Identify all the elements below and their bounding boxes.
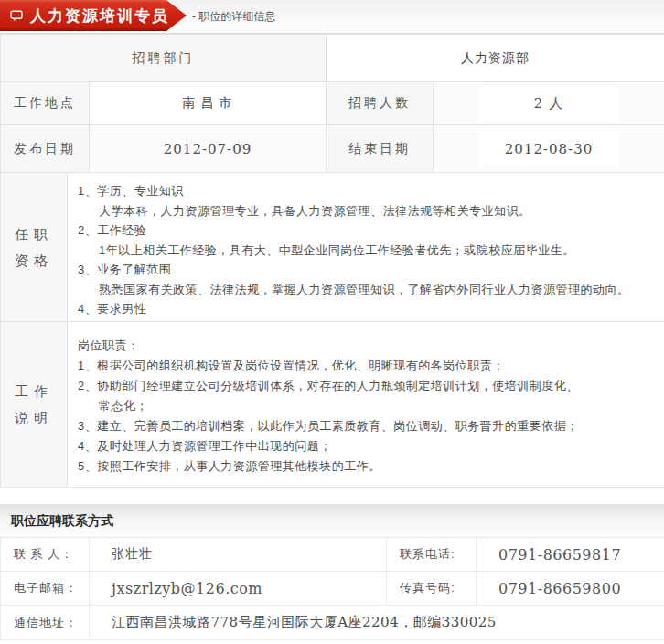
contact-person-value: 张壮壮: [90, 538, 387, 572]
qualification-line: 大学本科，人力资源管理专业，具备人力资源管理、法律法规等相关专业知识。: [78, 201, 655, 221]
table-row: 联 系 人： 张壮壮 联系电话: 0791-86659817: [1, 538, 664, 572]
table-row: 发布日期 2012-07-09 结束日期 2012-08-30: [1, 125, 664, 173]
address-value: 江西南昌洪城路778号星河国际大厦A座2204，邮编330025: [90, 606, 664, 640]
description-label: 工作说明: [13, 378, 55, 431]
fax-label: 传真号码:: [387, 572, 477, 606]
end-date-value: 2012-08-30: [480, 132, 617, 166]
description-line: 岗位职责：: [78, 336, 655, 356]
publish-date-label: 发布日期: [1, 125, 90, 173]
page-subtitle: - 职位的详细信息: [192, 0, 275, 33]
headcount-value: 2 人: [480, 86, 617, 122]
qualifications-row: 任职资格 1、学历、专业知识 大学本科，人力资源管理专业，具备人力资源管理、法律…: [1, 173, 664, 322]
table-row: 通信地址： 江西南昌洪城路778号星河国际大厦A座2204，邮编330025: [1, 606, 664, 640]
description-row: 工作说明 岗位职责： 1、根据公司的组织机构设置及岗位设置情况，优化、明晰现有的…: [1, 322, 664, 488]
qualification-line: 1年以上相关工作经验，具有大、中型企业同岗位工作经验者优先；或院校应届毕业生。: [78, 241, 655, 261]
address-label: 通信地址：: [1, 606, 90, 640]
description-line: 4、及时处理人力资源管理工作中出现的问题；: [78, 436, 655, 456]
job-title: 人力资源培训专员: [30, 5, 169, 27]
job-title-ribbon: 人力资源培训专员: [0, 0, 187, 31]
fax-value: 0791-86659800: [477, 572, 664, 606]
qualification-line: 3、业务了解范围: [78, 260, 655, 280]
end-date-cell: 2012-08-30: [434, 125, 664, 173]
qualification-line: 2、工作经验: [78, 220, 655, 241]
table-row: 电子邮箱： jxszrlzyb@126.com 传真号码: 0791-86659…: [1, 572, 664, 606]
headcount-cell: 2 人: [434, 82, 664, 125]
contact-table: 联 系 人： 张壮壮 联系电话: 0791-86659817 电子邮箱： jxs…: [0, 537, 664, 640]
department-label: 招聘部门: [1, 35, 327, 82]
contact-person-label: 联 系 人：: [1, 538, 90, 572]
page-header: 人力资源培训专员 - 职位的详细信息: [0, 0, 664, 34]
table-row: 招聘部门 人力资源部: [1, 35, 664, 82]
headcount-label: 招聘人数: [327, 82, 434, 125]
qualifications-content: 1、学历、专业知识 大学本科，人力资源管理专业，具备人力资源管理、法律法规等相关…: [68, 173, 664, 322]
description-line: 1、根据公司的组织机构设置及岗位设置情况，优化、明晰现有的各岗位职责；: [78, 356, 655, 376]
location-value: 南 昌 市: [90, 82, 327, 125]
description-line: 3、建立、完善员工的培训档案，以此作为员工素质教育、岗位调动、职务晋升的重要依据…: [78, 416, 655, 436]
section-gap: [0, 488, 664, 504]
table-row: 工作地点 南 昌 市 招聘人数 2 人: [1, 82, 664, 125]
qualification-line: 1、学历、专业知识: [78, 181, 655, 201]
description-content: 岗位职责： 1、根据公司的组织机构设置及岗位设置情况，优化、明晰现有的各岗位职责…: [68, 322, 664, 488]
contact-section-heading: 职位应聘联系方式: [0, 504, 664, 537]
description-line: 2、协助部门经理建立公司分级培训体系，对存在的人力瓶颈制定培训计划，使培训制度化…: [78, 376, 655, 396]
phone-value: 0791-86659817: [477, 538, 664, 572]
description-line: 5、按照工作安排，从事人力资源管理其他模块的工作。: [78, 456, 655, 477]
location-label: 工作地点: [1, 82, 90, 125]
publish-date-value: 2012-07-09: [90, 125, 327, 173]
job-sections-table: 任职资格 1、学历、专业知识 大学本科，人力资源管理专业，具备人力资源管理、法律…: [0, 172, 664, 488]
department-value: 人力资源部: [327, 35, 664, 82]
description-label-cell: 工作说明: [1, 322, 68, 488]
qualifications-label-cell: 任职资格: [1, 173, 68, 322]
qualifications-label: 任职资格: [13, 220, 55, 274]
speech-bubble-icon: [10, 10, 23, 22]
qualification-line: 熟悉国家有关政策、法律法规，掌握人力资源管理知识，了解省内外同行业人力资源管理的…: [78, 280, 655, 300]
end-date-label: 结束日期: [327, 125, 434, 173]
phone-label: 联系电话:: [387, 538, 477, 572]
email-value: jxszrlzyb@126.com: [90, 572, 387, 606]
job-info-table: 招聘部门 人力资源部 工作地点 南 昌 市 招聘人数 2 人 发布日期 2012…: [0, 34, 664, 173]
qualification-line: 4、要求男性: [78, 299, 655, 319]
description-line: 常态化；: [78, 396, 655, 416]
email-label: 电子邮箱：: [1, 572, 90, 606]
